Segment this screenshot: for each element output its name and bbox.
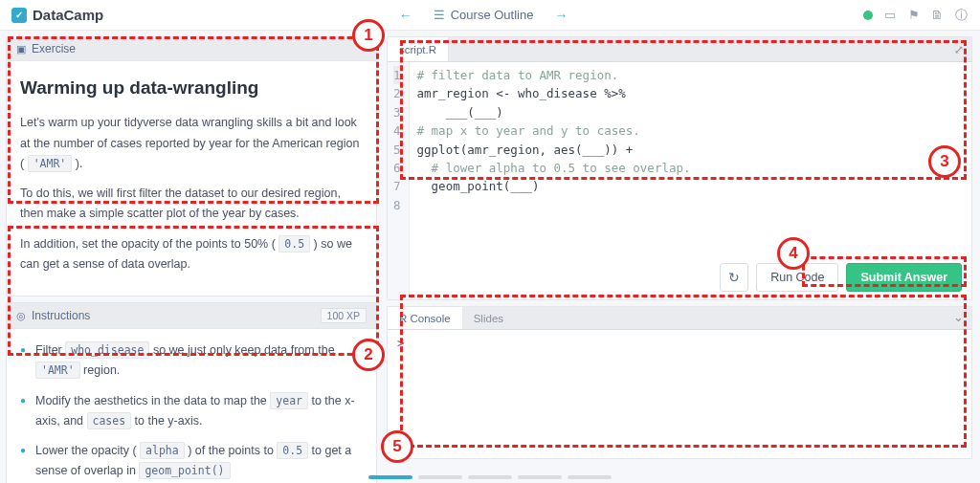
status-indicator-icon — [863, 11, 873, 20]
instructions-list: Filter who_disease so we just only keep … — [20, 340, 363, 482]
progress-segment — [568, 475, 612, 479]
xp-badge: 100 XP — [321, 308, 367, 323]
info-icon[interactable]: ⓘ — [954, 8, 969, 22]
editor-actions: ↻ Run Code Submit Answer — [720, 263, 962, 292]
exercise-header: ▣ Exercise — [7, 37, 376, 61]
progress-segment — [518, 475, 562, 479]
brand-name: DataCamp — [33, 7, 103, 23]
list-icon: ☰ — [434, 8, 445, 22]
console-tab-r[interactable]: R Console — [388, 307, 462, 329]
document-icon[interactable]: 🗎 — [930, 8, 945, 22]
exercise-panel: ▣ Exercise Warming up data-wrangling Let… — [6, 36, 377, 296]
progress-bar — [368, 475, 612, 479]
video-icon[interactable]: ▭ — [882, 8, 897, 22]
topbar-right: ▭ ⚑ 🗎 ⓘ — [863, 8, 969, 22]
console-body[interactable]: > — [388, 330, 971, 458]
expand-editor-icon[interactable]: ⤢ — [947, 39, 971, 60]
editor-tab-script[interactable]: script.R — [388, 37, 449, 61]
course-outline-label: Course Outline — [451, 8, 534, 22]
instruction-item: Lower the opacity ( alpha ) of the point… — [20, 441, 363, 482]
console-panel: R Console Slides ⌄ > — [387, 306, 972, 459]
collapse-console-icon[interactable]: ⌄ — [946, 307, 971, 329]
instruction-item: Modify the aesthetics in the data to map… — [20, 391, 363, 432]
prev-exercise-button[interactable]: ← — [395, 4, 416, 27]
next-exercise-button[interactable]: → — [550, 4, 571, 27]
editor-panel: script.R ⤢ 1 2 3 4 5 6 7 8 # filter data… — [387, 36, 972, 300]
line-gutter: 1 2 3 4 5 6 7 8 — [388, 62, 410, 299]
topbar: ✓ DataCamp ← ☰ Course Outline → ▭ ⚑ 🗎 ⓘ — [0, 0, 980, 31]
instructions-header-label: Instructions — [32, 309, 90, 322]
shield-icon: ✓ — [11, 8, 27, 23]
progress-segment — [418, 475, 462, 479]
instruction-item: Filter who_disease so we just only keep … — [20, 340, 363, 382]
instructions-header: ◎ Instructions 100 XP — [7, 303, 376, 329]
console-tabs: R Console Slides ⌄ — [388, 307, 971, 330]
exercise-header-label: Exercise — [32, 42, 76, 55]
instructions-icon: ◎ — [16, 310, 26, 322]
exercise-p2: To do this, we will first filter the dat… — [20, 184, 363, 225]
exercise-title: Warming up data-wrangling — [20, 73, 363, 103]
run-code-button[interactable]: Run Code — [756, 263, 838, 292]
exercise-p1: Let's warm up your tidyverse data wrangl… — [20, 113, 363, 174]
console-tab-slides[interactable]: Slides — [462, 307, 515, 329]
clipboard-icon: ▣ — [16, 43, 26, 55]
editor-tabs: script.R ⤢ — [388, 37, 971, 62]
progress-segment — [368, 475, 412, 479]
submit-answer-button[interactable]: Submit Answer — [846, 263, 962, 292]
console-prompt: > — [397, 336, 405, 350]
brand-logo[interactable]: ✓ DataCamp — [11, 7, 103, 23]
top-center-nav: ← ☰ Course Outline → — [103, 4, 863, 27]
progress-segment — [468, 475, 512, 479]
instructions-panel: ◎ Instructions 100 XP Filter who_disease… — [6, 302, 377, 483]
course-outline-button[interactable]: ☰ Course Outline — [434, 8, 534, 22]
exercise-p3: In addition, set the opacity of the poin… — [20, 234, 363, 275]
reset-button[interactable]: ↻ — [720, 263, 748, 292]
report-icon[interactable]: ⚑ — [906, 8, 921, 22]
